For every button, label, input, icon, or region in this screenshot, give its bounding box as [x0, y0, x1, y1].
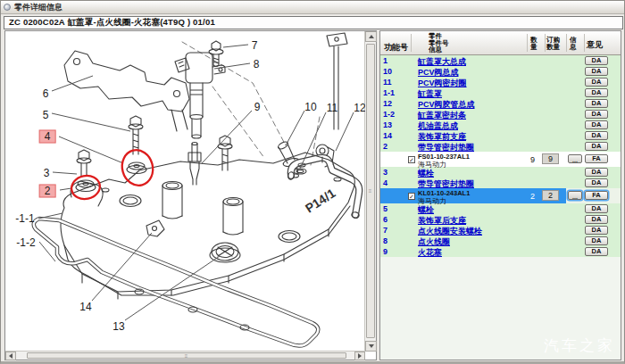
part-item-row[interactable]: 5螺栓DA [380, 203, 621, 214]
diagram-callout-5[interactable]: 5 [43, 110, 49, 121]
da-button[interactable]: DA [585, 56, 608, 65]
diagram-callout-13[interactable]: 13 [112, 321, 124, 333]
scroll-up-icon[interactable] [365, 31, 377, 42]
function-number: 14 [383, 131, 392, 140]
da-button[interactable]: DA [585, 236, 608, 245]
function-number: 3 [383, 168, 388, 177]
diagram-callout-6[interactable]: 6 [43, 88, 49, 100]
da-button[interactable]: DA [585, 99, 608, 108]
part-brand: 海马动力 [418, 196, 446, 206]
quantity-value: 2 [530, 192, 535, 201]
part-item-row[interactable]: 4带导管密封垫圈DA [380, 178, 621, 188]
part-number-row[interactable]: ✓FS01-10-237AL1海马动力99...FA [380, 152, 621, 167]
order-quantity-input[interactable]: 9 [542, 153, 559, 164]
pipe-ref-label: P14/1 [303, 186, 338, 215]
diagram-callout-7[interactable]: 7 [252, 40, 258, 52]
function-number: 1 [383, 56, 388, 65]
diagram-callout-10[interactable]: 10 [304, 102, 316, 113]
da-button[interactable]: DA [585, 204, 608, 213]
scroll-down-icon[interactable] [365, 341, 377, 352]
da-button[interactable]: DA [585, 120, 608, 129]
part-brand: 海马动力 [418, 160, 446, 170]
da-button[interactable]: DA [585, 215, 608, 224]
da-button[interactable]: DA [585, 247, 608, 256]
more-options-button[interactable]: ... [568, 154, 582, 163]
part-item-row[interactable]: 1-2缸盖罩密封条DA [380, 109, 621, 120]
part-item-row[interactable]: 3螺栓DA [380, 167, 621, 178]
function-number: 11 [383, 78, 392, 87]
diagram-callout-11[interactable]: 11 [327, 103, 338, 114]
fa-button[interactable]: FA [585, 191, 608, 200]
diagram-viewport: P14/1 65432-1-1-1-27891011121413 [5, 31, 365, 352]
catalog-header-bar: ZC 0200C02A 缸盖罩-点火线圈-火花塞(4T9Q ) 01/01 [4, 16, 623, 29]
sensor-connector-part [327, 33, 347, 129]
order-quantity-input[interactable]: 2 [542, 190, 559, 201]
da-button[interactable]: DA [585, 226, 608, 235]
window-title: 零件详细信息 [14, 2, 62, 13]
part-item-row[interactable]: 1-1缸盖罩DA [380, 87, 621, 98]
part-number-row[interactable]: ✓KL01-10-243AL1海马动力22...FA [380, 188, 621, 203]
part-item-row[interactable]: 13机油盖总成DA [380, 120, 621, 130]
catalog-header-text: ZC 0200C02A 缸盖罩-点火线圈-火花塞(4T9Q ) 01/01 [9, 17, 215, 29]
row-checkbox[interactable]: ✓ [408, 193, 415, 200]
parts-table-panel: 功能号 零件 零件号 信息 数 量 订购 数量 信 息 意见 [379, 30, 621, 360]
diagram-callout-1-2[interactable]: -1-2 [16, 237, 35, 249]
part-item-row[interactable]: 7点火线圈安装螺栓DA [380, 225, 621, 236]
col-header-function-no: 功能号 [384, 42, 408, 54]
function-number: 2 [383, 142, 388, 151]
da-button[interactable]: DA [585, 142, 608, 151]
da-button[interactable]: DA [585, 78, 608, 87]
highlight-circles [70, 146, 157, 202]
part-item-row[interactable]: 14装饰罩前支座DA [380, 130, 621, 141]
row-checkbox[interactable]: ✓ [408, 156, 415, 163]
diagram-callout-1-1[interactable]: -1-1 [15, 213, 34, 225]
cover-bolt-part [71, 150, 103, 206]
col-header-qty-line2: 量 [530, 44, 538, 51]
da-button[interactable]: DA [585, 131, 608, 140]
diagram-callout-9[interactable]: 9 [254, 102, 261, 113]
part-item-row[interactable]: 2带导管密封垫圈DA [380, 141, 621, 152]
diagram-callout-2[interactable]: 2 [39, 185, 56, 198]
part-item-row[interactable]: 12PCV阀胶管总成DA [380, 98, 621, 109]
app-icon [4, 4, 11, 11]
more-options-button[interactable]: ... [568, 191, 582, 200]
da-button[interactable]: DA [585, 168, 608, 177]
part-item-row[interactable]: 9火花塞DA [380, 246, 621, 257]
cover-bolt-part [127, 116, 146, 174]
part-item-row[interactable]: 10PCV阀总成DA [380, 66, 621, 77]
scroll-left-icon[interactable] [5, 352, 16, 360]
function-number: 13 [383, 120, 392, 129]
function-number: 6 [383, 215, 388, 224]
diagram-callout-4[interactable]: 4 [39, 130, 56, 144]
diagram-callout-3[interactable]: 3 [44, 168, 50, 179]
da-button[interactable]: DA [585, 110, 608, 119]
fa-button[interactable]: FA [585, 154, 608, 163]
col-header-remark: 意见 [587, 39, 603, 51]
col-header-info-line2: 息 [570, 44, 577, 51]
scroll-right-icon[interactable] [354, 352, 365, 360]
col-header-order-line2: 数量 [546, 44, 560, 51]
part-item-row[interactable]: 8点火线圈DA [380, 236, 621, 246]
function-number: 7 [383, 226, 388, 235]
valve-cover-part [61, 153, 354, 299]
diagram-vertical-scrollbar[interactable]: ≡ [364, 31, 376, 352]
diagram-panel: P14/1 65432-1-1-1-27891011121413 ≡ ≡ [4, 30, 377, 360]
part-item-row[interactable]: 1缸盖罩大总成DA [380, 55, 621, 66]
da-button[interactable]: DA [585, 67, 608, 76]
part-name-link[interactable]: 火花塞 [418, 247, 442, 259]
parts-detail-window: 零件详细信息 ZC 0200C02A 缸盖罩-点火线圈-火花塞(4T9Q ) 0… [0, 0, 625, 364]
cover-gasket-part [34, 219, 319, 346]
diagram-callout-8[interactable]: 8 [254, 59, 260, 70]
horizontal-scroll-thumb[interactable]: ≡ [27, 352, 346, 359]
col-header-part-line3: 信息 [429, 46, 449, 54]
diagram-horizontal-scrollbar[interactable]: ≡ [5, 351, 365, 360]
diagram-callout-12[interactable]: 12 [354, 103, 365, 114]
function-number: 4 [383, 178, 388, 187]
part-item-row[interactable]: 11PCV阀密封圈DA [380, 77, 621, 87]
da-button[interactable]: DA [585, 178, 608, 187]
part-item-row[interactable]: 6装饰罩后支座DA [380, 214, 621, 225]
diagram-callout-14[interactable]: 14 [79, 302, 91, 313]
da-button[interactable]: DA [585, 88, 608, 97]
function-number: 12 [383, 99, 392, 108]
vertical-scroll-thumb[interactable]: ≡ [366, 44, 375, 338]
